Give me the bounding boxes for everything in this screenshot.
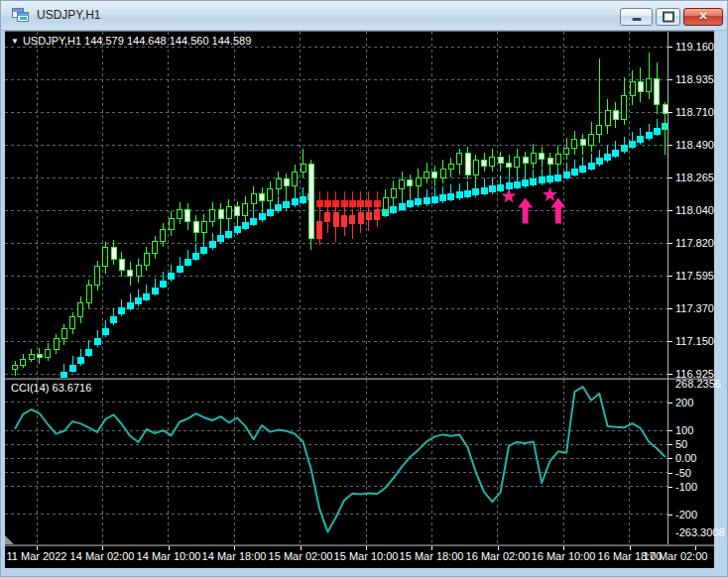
high-value: 144.648 (127, 35, 167, 47)
axis-tick (668, 177, 672, 178)
candles (13, 53, 668, 376)
trend-dots (61, 115, 667, 378)
cci-axis-label: 0.00 (675, 451, 696, 465)
axis-tick (234, 546, 235, 550)
price-axis-label: 118.710 (675, 105, 714, 119)
price-axis-label: 118.935 (675, 72, 714, 86)
open-value: 144.579 (84, 35, 124, 47)
cci-axis-label: 100 (675, 423, 693, 437)
time-axis[interactable]: 11 Mar 202214 Mar 02:0014 Mar 10:0014 Ma… (5, 546, 714, 569)
cci-axis-label: -263.3008 (675, 525, 725, 539)
axis-tick (668, 341, 672, 342)
cci-line (15, 387, 666, 531)
cci-axis-label: 268.2356 (675, 377, 721, 391)
price-axis-label: 118.040 (675, 203, 714, 217)
axis-tick (695, 546, 696, 550)
price-axis-label: 117.150 (675, 334, 714, 348)
cci-chart (5, 380, 667, 544)
price-axis-label: 117.370 (675, 301, 714, 315)
chart-window-icon (12, 8, 30, 23)
axis-tick (498, 546, 499, 550)
caption-buttons (617, 8, 723, 26)
axis-tick (668, 243, 672, 244)
signal-star (543, 187, 557, 202)
axis-tick (301, 546, 302, 550)
price-axis-label: 119.160 (675, 40, 714, 54)
price-pane[interactable]: ▼USDJPY,H1 144.579 144.648 144.560 144.5… (5, 32, 667, 378)
price-axis[interactable]: 119.160118.935118.710118.490118.265118.0… (667, 32, 714, 544)
axis-tick (668, 308, 672, 309)
axis-tick (630, 546, 631, 550)
ohlc-label: ▼USDJPY,H1 144.579 144.648 144.560 144.5… (11, 35, 251, 47)
axis-tick (668, 487, 672, 488)
time-axis-label: 15 Mar 10:00 (334, 550, 399, 562)
cci-axis-label: 50 (675, 437, 687, 451)
axis-tick (668, 515, 672, 516)
chart-client-area: ▼USDJPY,H1 144.579 144.648 144.560 144.5… (5, 31, 714, 568)
time-axis-label: 16 Mar 02:00 (466, 550, 531, 562)
restore-button[interactable] (656, 8, 680, 26)
time-axis-label: 14 Mar 18:00 (202, 550, 267, 562)
price-axis-label: 118.265 (675, 171, 714, 184)
axis-tick (169, 546, 170, 550)
window-title: USDJPY,H1 (37, 8, 100, 22)
axis-tick (668, 79, 672, 80)
pane-resize-grip[interactable] (5, 535, 14, 544)
time-axis-label: 11 Mar 2022 (7, 550, 67, 562)
chevron-down-icon[interactable]: ▼ (11, 37, 19, 46)
axis-tick (668, 473, 672, 474)
time-axis-label: 15 Mar 02:00 (269, 550, 333, 562)
price-axis-label: 117.595 (675, 269, 714, 283)
symbol-label: USDJPY,H1 (23, 35, 81, 47)
cci-grid (5, 380, 667, 544)
axis-tick (668, 47, 672, 48)
cci-pane[interactable]: CCI(14) 63.6716 (5, 380, 667, 544)
time-axis-label: 14 Mar 10:00 (137, 550, 201, 562)
axis-tick (668, 210, 672, 211)
axis-tick (37, 546, 38, 550)
time-axis-label: 14 Mar 02:00 (70, 550, 135, 562)
cci-value: 63.6716 (53, 382, 92, 394)
cci-axis-label: -100 (675, 480, 697, 494)
close-value: 144.589 (212, 35, 252, 47)
axis-tick (668, 403, 672, 404)
time-axis-label: 16 Mar 10:00 (532, 550, 596, 562)
cci-axis-label: -50 (675, 466, 691, 480)
cci-name: CCI(14) (11, 382, 50, 394)
price-chart (5, 32, 667, 378)
axis-tick (668, 276, 672, 277)
minimize-button[interactable] (620, 8, 653, 26)
axis-tick (668, 458, 672, 459)
time-axis-label: 15 Mar 18:00 (400, 550, 464, 562)
cci-axis-label: 200 (675, 396, 693, 409)
axis-tick (102, 546, 103, 550)
axis-tick (366, 546, 367, 550)
close-button[interactable] (683, 8, 723, 26)
axis-tick (668, 145, 672, 146)
axis-tick (668, 430, 672, 431)
axis-tick (668, 444, 672, 445)
time-axis-label: 17 Mar 02:00 (644, 550, 708, 562)
buy-signals (501, 187, 565, 224)
axis-tick (668, 374, 672, 375)
cci-axis-label: -200 (675, 508, 697, 521)
axis-tick (563, 546, 564, 550)
axis-tick (431, 546, 432, 550)
title-bar[interactable]: USDJPY,H1 (1, 1, 727, 31)
chart-window: USDJPY,H1 ▼USDJPY,H1 144.579 144.648 144… (0, 0, 728, 577)
axis-tick (668, 112, 672, 113)
cci-indicator-label: CCI(14) 63.6716 (11, 382, 91, 394)
price-axis-label: 117.820 (675, 236, 714, 250)
price-axis-label: 118.490 (675, 138, 714, 152)
low-value: 144.560 (170, 35, 209, 47)
